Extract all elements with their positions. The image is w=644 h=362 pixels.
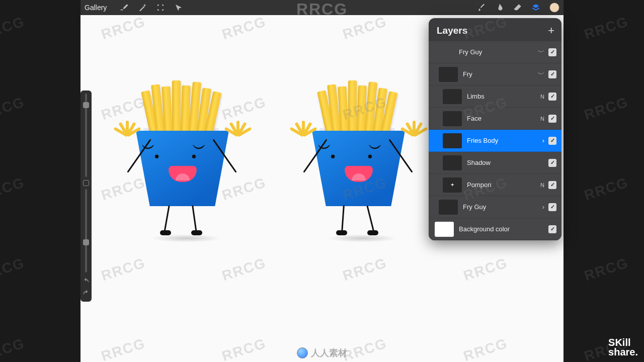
selection-icon[interactable] — [156, 3, 165, 12]
watermark-tile: RRCG — [582, 174, 630, 204]
layer-row[interactable]: ✦PomponN✓ — [429, 174, 561, 196]
layer-visibility-checkbox[interactable]: ✓ — [548, 93, 556, 101]
blend-mode-indicator[interactable]: N — [540, 116, 544, 122]
layer-visibility-checkbox[interactable]: ✓ — [548, 225, 556, 233]
layers-icon[interactable] — [531, 3, 540, 12]
layer-name: Fry Guy — [459, 48, 533, 56]
chevron-right-icon[interactable]: › — [542, 137, 544, 144]
layer-row[interactable]: Fries Body›✓ — [429, 130, 561, 152]
chevron-down-icon[interactable]: ﹀ — [538, 48, 544, 57]
layer-thumbnail — [439, 200, 458, 215]
top-toolbar: Gallery — [80, 0, 564, 15]
layer-row[interactable]: Fry Guy›✓ — [429, 196, 561, 218]
layer-name: Fry — [463, 70, 533, 78]
layer-thumbnail — [439, 67, 458, 82]
watermark-tile: RRCG — [0, 255, 27, 284]
layer-name: Background color — [459, 225, 543, 233]
fries-character-1: ︶ ︶ • • — [116, 80, 257, 256]
layer-row[interactable]: Shadow✓ — [429, 152, 561, 174]
blend-mode-indicator[interactable]: N — [540, 94, 544, 100]
watermark-tile: RRCG — [0, 14, 27, 43]
watermark-tile: RRCG — [0, 335, 27, 362]
color-swatch[interactable] — [549, 3, 559, 13]
wrench-icon[interactable] — [120, 3, 129, 12]
watermark-tile: RRCG — [0, 94, 27, 123]
layer-visibility-checkbox[interactable]: ✓ — [548, 48, 556, 56]
layer-row[interactable]: Background color✓ — [429, 218, 561, 240]
layer-visibility-checkbox[interactable]: ✓ — [548, 159, 556, 167]
layer-row[interactable]: Fry﹀✓ — [429, 63, 561, 85]
layer-row[interactable]: FaceN✓ — [429, 108, 561, 130]
arrow-icon[interactable] — [174, 3, 183, 12]
chevron-right-icon[interactable]: › — [542, 203, 544, 211]
layer-row[interactable]: Fry Guy﹀✓ — [429, 41, 561, 63]
modifier-button[interactable] — [83, 180, 89, 186]
eraser-icon[interactable] — [513, 3, 522, 12]
layer-name: Shadow — [467, 159, 543, 166]
watermark-tile: RRCG — [582, 255, 630, 284]
layer-thumbnail — [443, 155, 462, 170]
layer-name: Limbs — [467, 93, 535, 100]
sidebar-sliders — [80, 90, 92, 302]
chevron-down-icon[interactable]: ﹀ — [538, 70, 544, 79]
layers-panel: Layers + Fry Guy﹀✓Fry﹀✓LimbsN✓FaceN✓Frie… — [429, 18, 561, 240]
layer-thumbnail — [443, 133, 462, 148]
layer-visibility-checkbox[interactable]: ✓ — [548, 70, 556, 78]
layer-row[interactable]: LimbsN✓ — [429, 85, 561, 108]
layer-thumbnail: ✦ — [443, 177, 462, 193]
undo-icon[interactable] — [83, 278, 90, 287]
watermark-tile: RRCG — [582, 94, 630, 123]
blend-mode-indicator[interactable]: N — [540, 182, 544, 188]
layer-name: Face — [467, 115, 535, 122]
layer-name: Fry Guy — [463, 203, 537, 211]
brush-icon[interactable] — [477, 3, 486, 12]
watermark-tile: RRCG — [582, 14, 630, 43]
gallery-button[interactable]: Gallery — [85, 4, 111, 12]
layer-visibility-checkbox[interactable]: ✓ — [548, 203, 556, 211]
redo-icon[interactable] — [83, 290, 90, 299]
brush-size-slider[interactable] — [85, 94, 87, 177]
layer-visibility-checkbox[interactable]: ✓ — [548, 115, 556, 123]
layer-visibility-checkbox[interactable]: ✓ — [548, 181, 556, 189]
layer-thumbnail — [443, 89, 462, 104]
wand-icon[interactable] — [138, 3, 147, 12]
layer-thumbnail — [443, 111, 462, 126]
watermark-skillshare: SKill share. — [608, 338, 638, 357]
layer-visibility-checkbox[interactable]: ✓ — [548, 137, 556, 145]
watermark-tile: RRCG — [582, 335, 630, 362]
layer-name: Fries Body — [467, 137, 537, 144]
fries-character-2: ︶ ︶ • • — [292, 80, 433, 256]
layers-list: Fry Guy﹀✓Fry﹀✓LimbsN✓FaceN✓Fries Body›✓S… — [429, 41, 561, 240]
add-layer-button[interactable]: + — [548, 25, 554, 36]
brush-opacity-slider[interactable] — [85, 189, 87, 273]
smudge-icon[interactable] — [495, 3, 504, 12]
watermark-tile: RRCG — [0, 174, 27, 204]
layer-name: Pompon — [467, 181, 535, 189]
app-frame: Gallery — [80, 0, 564, 362]
layer-thumbnail — [435, 222, 454, 237]
layers-title: Layers — [437, 25, 467, 36]
